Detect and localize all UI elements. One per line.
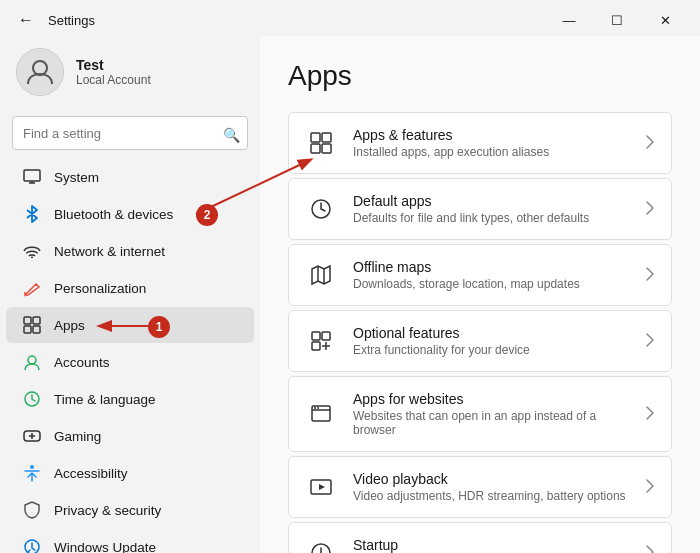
sidebar-item-bluetooth[interactable]: Bluetooth & devices <box>6 196 254 232</box>
sidebar-item-windows-update[interactable]: Windows Update <box>6 529 254 553</box>
sidebar-item-network[interactable]: Network & internet <box>6 233 254 269</box>
settings-item-startup[interactable]: StartupApps that start automatically whe… <box>288 522 672 553</box>
sidebar-item-personalization[interactable]: Personalization <box>6 270 254 306</box>
bluetooth-icon <box>22 204 42 224</box>
apps-features-title: Apps & features <box>353 127 629 143</box>
sidebar-item-accessibility[interactable]: Accessibility <box>6 455 254 491</box>
sidebar: Test Local Account 🔍 SystemBluetooth & d… <box>0 36 260 553</box>
settings-item-apps-websites[interactable]: Apps for websitesWebsites that can open … <box>288 376 672 452</box>
user-name: Test <box>76 57 151 73</box>
apps-websites-chevron-icon <box>645 405 655 424</box>
sidebar-item-label-time: Time & language <box>54 392 156 407</box>
sidebar-item-label-apps: Apps <box>54 318 85 333</box>
sidebar-item-label-privacy: Privacy & security <box>54 503 161 518</box>
user-account: Local Account <box>76 73 151 87</box>
windows-update-icon <box>22 537 42 553</box>
optional-features-text: Optional featuresExtra functionality for… <box>353 325 629 357</box>
startup-title: Startup <box>353 537 629 553</box>
svg-rect-24 <box>322 332 330 340</box>
main-layout: Test Local Account 🔍 SystemBluetooth & d… <box>0 36 700 553</box>
sidebar-item-time[interactable]: Time & language <box>6 381 254 417</box>
default-apps-text: Default appsDefaults for file and link t… <box>353 193 629 225</box>
svg-point-0 <box>33 61 47 75</box>
settings-item-apps-features[interactable]: Apps & featuresInstalled apps, app execu… <box>288 112 672 174</box>
offline-maps-chevron-icon <box>645 266 655 285</box>
offline-maps-desc: Downloads, storage location, map updates <box>353 277 629 291</box>
network-icon <box>22 241 42 261</box>
svg-rect-5 <box>24 317 31 324</box>
svg-point-14 <box>30 465 34 469</box>
titlebar-controls: — ☐ ✕ <box>546 6 688 34</box>
search-button[interactable]: 🔍 <box>223 127 240 143</box>
apps-websites-title: Apps for websites <box>353 391 629 407</box>
apps-icon <box>22 315 42 335</box>
svg-rect-6 <box>33 317 40 324</box>
maximize-button[interactable]: ☐ <box>594 6 640 34</box>
apps-features-icon <box>305 127 337 159</box>
apps-websites-icon <box>305 398 337 430</box>
sidebar-item-apps[interactable]: Apps <box>6 307 254 343</box>
sidebar-item-label-accounts: Accounts <box>54 355 110 370</box>
sidebar-item-accounts[interactable]: Accounts <box>6 344 254 380</box>
settings-item-offline-maps[interactable]: Offline mapsDownloads, storage location,… <box>288 244 672 306</box>
nav-list: SystemBluetooth & devicesNetwork & inter… <box>0 158 260 553</box>
settings-item-default-apps[interactable]: Default appsDefaults for file and link t… <box>288 178 672 240</box>
sidebar-item-label-personalization: Personalization <box>54 281 146 296</box>
sidebar-item-system[interactable]: System <box>6 159 254 195</box>
optional-features-desc: Extra functionality for your device <box>353 343 629 357</box>
time-icon <box>22 389 42 409</box>
default-apps-title: Default apps <box>353 193 629 209</box>
svg-rect-17 <box>322 133 331 142</box>
svg-rect-1 <box>24 170 40 181</box>
video-playback-chevron-icon <box>645 478 655 497</box>
svg-rect-18 <box>311 144 320 153</box>
svg-rect-23 <box>312 332 320 340</box>
sidebar-item-label-bluetooth: Bluetooth & devices <box>54 207 173 222</box>
offline-maps-text: Offline mapsDownloads, storage location,… <box>353 259 629 291</box>
close-button[interactable]: ✕ <box>642 6 688 34</box>
minimize-button[interactable]: — <box>546 6 592 34</box>
svg-marker-32 <box>319 484 325 490</box>
video-playback-icon <box>305 471 337 503</box>
apps-features-desc: Installed apps, app execution aliases <box>353 145 629 159</box>
default-apps-icon <box>305 193 337 225</box>
svg-point-30 <box>317 407 319 409</box>
startup-chevron-icon <box>645 544 655 554</box>
sidebar-item-label-windows-update: Windows Update <box>54 540 156 554</box>
titlebar: ← Settings — ☐ ✕ <box>0 0 700 36</box>
sidebar-item-privacy[interactable]: Privacy & security <box>6 492 254 528</box>
search-input[interactable] <box>12 116 248 150</box>
svg-rect-8 <box>33 326 40 333</box>
startup-text: StartupApps that start automatically whe… <box>353 537 629 553</box>
content-area: Apps Apps & featuresInstalled apps, app … <box>260 36 700 553</box>
svg-point-4 <box>31 257 33 259</box>
user-profile[interactable]: Test Local Account <box>0 36 260 112</box>
offline-maps-icon <box>305 259 337 291</box>
back-button[interactable]: ← <box>12 9 40 31</box>
startup-icon <box>305 537 337 553</box>
offline-maps-title: Offline maps <box>353 259 629 275</box>
personalization-icon <box>22 278 42 298</box>
apps-features-text: Apps & featuresInstalled apps, app execu… <box>353 127 629 159</box>
settings-list: Apps & featuresInstalled apps, app execu… <box>288 112 672 553</box>
video-playback-title: Video playback <box>353 471 629 487</box>
system-icon <box>22 167 42 187</box>
apps-websites-desc: Websites that can open in an app instead… <box>353 409 629 437</box>
default-apps-chevron-icon <box>645 200 655 219</box>
settings-item-video-playback[interactable]: Video playbackVideo adjustments, HDR str… <box>288 456 672 518</box>
accessibility-icon <box>22 463 42 483</box>
video-playback-desc: Video adjustments, HDR streaming, batter… <box>353 489 629 503</box>
page-title: Apps <box>288 60 672 92</box>
sidebar-item-label-accessibility: Accessibility <box>54 466 128 481</box>
svg-rect-25 <box>312 342 320 350</box>
default-apps-desc: Defaults for file and link types, other … <box>353 211 629 225</box>
sidebar-item-gaming[interactable]: Gaming <box>6 418 254 454</box>
sidebar-item-label-gaming: Gaming <box>54 429 101 444</box>
svg-rect-7 <box>24 326 31 333</box>
settings-item-optional-features[interactable]: Optional featuresExtra functionality for… <box>288 310 672 372</box>
apps-websites-text: Apps for websitesWebsites that can open … <box>353 391 629 437</box>
svg-rect-19 <box>322 144 331 153</box>
svg-point-29 <box>314 407 316 409</box>
optional-features-chevron-icon <box>645 332 655 351</box>
sidebar-item-label-system: System <box>54 170 99 185</box>
